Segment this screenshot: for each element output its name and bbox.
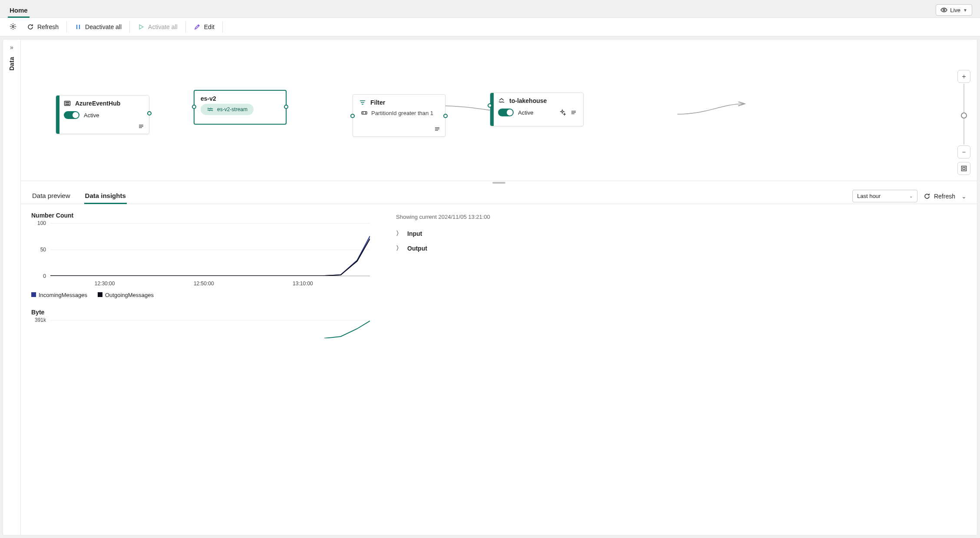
toolbar: Refresh Deactivate all Activate all Edit [0, 17, 980, 36]
port-in[interactable] [488, 103, 492, 108]
charts: Number Count 100 50 0 [31, 212, 370, 354]
tab-data-insights[interactable]: Data insights [84, 188, 127, 204]
timestamp: Showing current 2024/11/05 13:21:00 [396, 214, 967, 220]
main: » Data AzureEventHub [0, 36, 980, 538]
refresh-button[interactable]: Refresh [21, 21, 65, 33]
time-range-value: Last hour [857, 193, 881, 199]
tab-data-preview[interactable]: Data preview [31, 188, 71, 204]
node-more-icon[interactable] [434, 125, 441, 134]
toolbar-separator [185, 21, 186, 33]
chart-1-title: Byte [31, 309, 370, 316]
time-range-select[interactable]: Last hour ⌄ [852, 190, 917, 202]
data-rail[interactable]: » Data [3, 39, 21, 535]
toolbar-separator [222, 21, 223, 33]
ylabel: 50 [40, 247, 46, 253]
node-filter-title: Filter [370, 99, 385, 106]
node-more-icon[interactable] [570, 109, 577, 116]
stream-pill-label: es-v2-stream [217, 106, 247, 112]
bottom-tabs: Data preview Data insights Last hour ⌄ R… [21, 184, 977, 204]
svg-point-8 [68, 104, 69, 105]
live-mode-dropdown[interactable]: Live ▼ [936, 4, 972, 16]
zoom-fit-button[interactable] [957, 162, 970, 175]
port-out[interactable] [147, 111, 152, 116]
refresh-icon [924, 193, 931, 200]
port-out[interactable] [284, 105, 288, 109]
zoom-out-button[interactable]: － [957, 145, 970, 158]
edit-label: Edit [204, 23, 214, 30]
deactivate-all-button[interactable]: Deactivate all [69, 21, 128, 33]
column-icon [361, 109, 368, 116]
insights-side: Showing current 2024/11/05 13:21:00 〉 In… [396, 212, 967, 354]
svg-rect-11 [963, 168, 965, 170]
fit-icon [960, 165, 967, 172]
zoom-thumb[interactable] [961, 112, 967, 119]
sink-toggle[interactable] [498, 109, 514, 116]
edit-button[interactable]: Edit [188, 21, 221, 33]
zoom-in-button[interactable]: ＋ [957, 70, 970, 83]
source-toggle[interactable] [64, 111, 79, 119]
zoom-slider[interactable] [964, 84, 964, 145]
svg-rect-9 [362, 112, 367, 114]
bottom-panel: Data preview Data insights Last hour ⌄ R… [21, 184, 977, 535]
activate-all-button: Activate all [132, 21, 184, 33]
chart-0-title: Number Count [31, 212, 370, 219]
node-more-icon[interactable] [138, 123, 145, 131]
filter-condition: PartitionId greater than 1 [371, 110, 433, 116]
port-in[interactable] [350, 114, 355, 118]
event-hub-icon [64, 100, 71, 107]
refresh-icon [27, 23, 34, 30]
eye-icon [940, 7, 947, 13]
svg-point-0 [943, 9, 945, 11]
svg-point-7 [67, 104, 68, 105]
insights-refresh-button[interactable]: Refresh [924, 193, 955, 200]
svg-point-3 [66, 102, 66, 103]
node-stream-title: es-v2 [195, 91, 286, 104]
chart-byte: 391k [50, 320, 370, 350]
legend-item: IncomingMessages [39, 292, 87, 298]
live-mode-label: Live [950, 7, 960, 13]
svg-point-1 [12, 25, 14, 27]
canvas-wrap: AzureEventHub Active es-v2 es-v2-stream [21, 39, 977, 535]
node-source-title: AzureEventHub [75, 100, 120, 107]
panel-resize-handle[interactable] [21, 181, 977, 184]
filter-icon [359, 99, 366, 106]
chevron-right-icon: 〉 [396, 230, 402, 238]
svg-point-4 [67, 102, 68, 103]
stream-pill: es-v2-stream [201, 104, 254, 115]
node-sink[interactable]: to-lakehouse Active [490, 92, 584, 126]
node-filter[interactable]: Filter PartitionId greater than 1 [353, 94, 445, 137]
status-bar [56, 96, 59, 134]
flow-canvas[interactable]: AzureEventHub Active es-v2 es-v2-stream [21, 40, 977, 181]
port-in[interactable] [192, 105, 196, 109]
accordion-output[interactable]: 〉 Output [396, 241, 967, 256]
accordion-input[interactable]: 〉 Input [396, 226, 967, 241]
data-rail-label: Data [8, 57, 15, 71]
refresh-label: Refresh [37, 23, 59, 30]
panel-collapse-button[interactable]: ⌄ [961, 193, 967, 200]
pause-icon [75, 23, 82, 30]
ylabel: 0 [43, 273, 46, 279]
status-bar [490, 93, 494, 126]
deactivate-all-label: Deactivate all [85, 23, 122, 30]
accordion-output-label: Output [407, 245, 427, 252]
sparkle-icon[interactable] [559, 109, 566, 116]
chart-0-legend: IncomingMessages OutgoingMessages [31, 292, 370, 298]
tab-home[interactable]: Home [8, 3, 30, 17]
chevron-down-icon: ▼ [963, 8, 967, 13]
svg-point-6 [66, 104, 66, 105]
gear-icon [10, 23, 16, 30]
insights-refresh-label: Refresh [934, 193, 955, 200]
port-out[interactable] [443, 114, 448, 118]
xlabel: 13:10:00 [293, 281, 313, 287]
zoom-controls: ＋ － [957, 70, 971, 175]
source-status: Active [84, 112, 99, 119]
node-sink-title: to-lakehouse [509, 97, 547, 104]
edit-icon [194, 23, 201, 30]
node-source[interactable]: AzureEventHub Active [56, 95, 149, 134]
settings-button[interactable] [5, 20, 21, 34]
ylabel: 391k [35, 317, 46, 323]
ribbon-tabs: Home Live ▼ [0, 0, 980, 17]
sink-status: Active [518, 109, 533, 116]
node-stream[interactable]: es-v2 es-v2-stream [194, 90, 287, 125]
chevron-down-icon: ⌄ [909, 194, 913, 198]
